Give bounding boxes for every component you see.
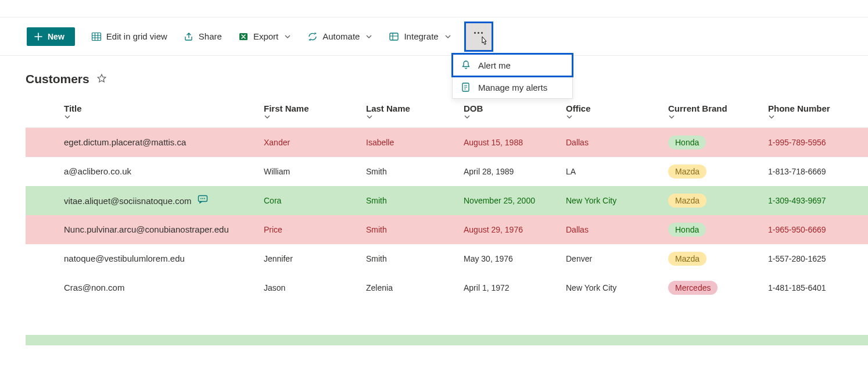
cell-title[interactable]: eget.dictum.placerat@mattis.ca — [26, 128, 264, 157]
table-row[interactable]: natoque@vestibulumlorem.eduJenniferSmith… — [26, 244, 868, 273]
table-row[interactable]: eget.dictum.placerat@mattis.caXanderIsab… — [26, 128, 868, 157]
alert-me-item[interactable]: Alert me — [451, 53, 573, 77]
integrate-button[interactable]: Integrate — [382, 28, 458, 45]
col-title[interactable]: Title — [26, 97, 264, 128]
cell-first-name: William — [264, 157, 366, 186]
cell-office: LA — [566, 157, 668, 186]
svg-rect-0 — [92, 33, 101, 40]
automate-icon — [307, 31, 318, 42]
cell-brand: Honda — [668, 128, 768, 157]
cell-title[interactable]: Cras@non.com — [26, 273, 264, 302]
cursor-pointer-icon — [479, 36, 489, 49]
more-actions-button[interactable] — [464, 22, 493, 52]
svg-point-5 — [200, 198, 202, 199]
chevron-down-icon — [264, 113, 360, 120]
new-label: New — [48, 32, 64, 41]
brand-pill: Mercedes — [668, 281, 718, 295]
cell-phone: 1-813-718-6669 — [768, 157, 868, 186]
cell-title[interactable]: vitae.aliquet@sociisnatoque.com — [26, 186, 264, 215]
cell-title[interactable]: a@aclibero.co.uk — [26, 157, 264, 186]
svg-point-7 — [204, 198, 205, 199]
cell-first-name: Jennifer — [264, 244, 366, 273]
cell-dob: May 30, 1976 — [464, 244, 566, 273]
cell-dob: November 25, 2000 — [464, 186, 566, 215]
cell-phone: 1-481-185-6401 — [768, 273, 868, 302]
table-row[interactable]: Cras@non.comJasonZeleniaApril 1, 1972New… — [26, 273, 868, 302]
cell-dob: August 15, 1988 — [464, 128, 566, 157]
col-office[interactable]: Office — [566, 97, 668, 128]
cell-phone: 1-309-493-9697 — [768, 186, 868, 215]
cell-office: Dallas — [566, 128, 668, 157]
chevron-down-icon — [444, 33, 451, 40]
excel-icon — [238, 31, 249, 42]
cell-office: Dallas — [566, 215, 668, 244]
favorite-star-icon[interactable] — [96, 73, 107, 85]
chevron-down-icon — [64, 113, 258, 120]
page-title: Customers — [26, 72, 89, 86]
cell-brand: Mercedes — [668, 273, 768, 302]
col-dob[interactable]: DOB — [464, 97, 566, 128]
edit-grid-button[interactable]: Edit in grid view — [84, 28, 174, 45]
chevron-down-icon — [365, 33, 372, 40]
share-button[interactable]: Share — [177, 28, 229, 45]
brand-pill: Honda — [668, 135, 706, 149]
cell-brand: Mazda — [668, 244, 768, 273]
manage-alerts-label: Manage my alerts — [478, 83, 547, 92]
edit-grid-label: Edit in grid view — [106, 31, 167, 41]
brand-pill: Mazda — [668, 252, 706, 266]
new-button[interactable]: New — [27, 27, 75, 46]
col-last-name[interactable]: Last Name — [366, 97, 464, 128]
automate-button[interactable]: Automate — [300, 28, 379, 45]
cell-title[interactable]: Nunc.pulvinar.arcu@conubianostraper.edu — [26, 215, 264, 244]
cell-first-name: Cora — [264, 186, 366, 215]
col-first-name[interactable]: First Name — [264, 97, 366, 128]
table-row[interactable]: vitae.aliquet@sociisnatoque.comCoraSmith… — [26, 186, 868, 215]
cell-first-name: Xander — [264, 128, 366, 157]
cell-office: New York City — [566, 273, 668, 302]
table-row[interactable]: a@aclibero.co.ukWilliamSmithApril 28, 19… — [26, 157, 868, 186]
cell-office: Denver — [566, 244, 668, 273]
bell-icon — [461, 60, 471, 70]
plus-icon — [34, 32, 43, 41]
cell-first-name: Price — [264, 215, 366, 244]
customers-table: Title First Name Last Name DOB — [26, 97, 868, 302]
brand-pill: Mazda — [668, 194, 706, 208]
top-band — [0, 0, 868, 17]
cell-last-name: Isabelle — [366, 128, 464, 157]
share-label: Share — [199, 31, 222, 41]
alert-me-label: Alert me — [478, 60, 511, 70]
cell-phone: 1-557-280-1625 — [768, 244, 868, 273]
cell-last-name: Zelenia — [366, 273, 464, 302]
brand-pill: Mazda — [668, 165, 706, 178]
cell-dob: April 1, 1972 — [464, 273, 566, 302]
cell-brand: Mazda — [668, 186, 768, 215]
brand-pill: Honda — [668, 223, 706, 237]
chat-bubble-icon[interactable] — [198, 196, 208, 206]
cell-first-name: Jason — [264, 273, 366, 302]
export-label: Export — [253, 31, 278, 41]
chevron-down-icon — [566, 113, 662, 120]
cell-dob: April 28, 1989 — [464, 157, 566, 186]
cell-last-name: Smith — [366, 157, 464, 186]
manage-alerts-item[interactable]: Manage my alerts — [453, 76, 572, 98]
cell-last-name: Smith — [366, 244, 464, 273]
col-current-brand[interactable]: Current Brand — [668, 97, 768, 128]
title-row: Customers — [0, 56, 868, 97]
ellipsis-icon — [474, 32, 483, 34]
svg-point-6 — [202, 198, 203, 199]
footer-bar — [26, 335, 868, 345]
col-phone[interactable]: Phone Number — [768, 97, 868, 128]
chevron-down-icon — [366, 113, 458, 120]
integrate-label: Integrate — [404, 31, 438, 41]
cell-office: New York City — [566, 186, 668, 215]
command-bar: New Edit in grid view Share Export — [0, 17, 868, 56]
cell-last-name: Smith — [366, 215, 464, 244]
alerts-list-icon — [461, 82, 471, 92]
table-row[interactable]: Nunc.pulvinar.arcu@conubianostraper.eduP… — [26, 215, 868, 244]
chevron-down-icon — [284, 33, 291, 40]
share-icon — [184, 31, 194, 42]
export-button[interactable]: Export — [231, 28, 298, 45]
cell-last-name: Smith — [366, 186, 464, 215]
cell-title[interactable]: natoque@vestibulumlorem.edu — [26, 244, 264, 273]
svg-rect-2 — [390, 33, 398, 40]
